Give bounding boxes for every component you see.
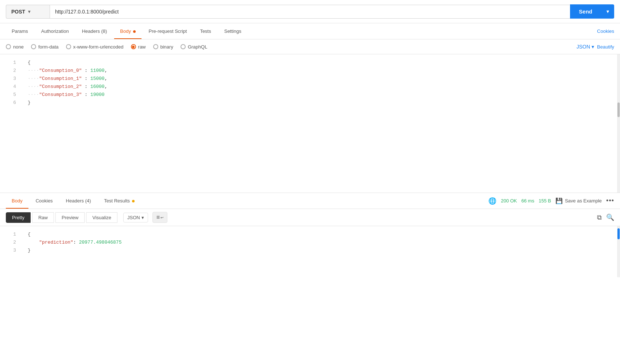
- method-chevron-icon: ▾: [28, 9, 30, 14]
- response-meta: 🌐 200 OK 66 ms 155 B 💾 Save as Example •…: [488, 197, 614, 205]
- response-tabs-bar: Body Cookies Headers (4) Test Results 🌐 …: [0, 193, 620, 209]
- response-view-options: Pretty Raw Preview Visualize JSON ▾ ≡ ↩ …: [0, 209, 620, 226]
- resp-view-raw[interactable]: Raw: [32, 212, 54, 223]
- method-label: POST: [11, 9, 25, 15]
- radio-none: [6, 44, 11, 49]
- radio-graphql: [181, 44, 186, 49]
- response-size: 155 B: [539, 198, 551, 204]
- tab-params[interactable]: Params: [6, 23, 34, 39]
- response-scrollbar[interactable]: [617, 226, 620, 277]
- request-tabs-bar: Params Authorization Headers (8) Body Pr…: [0, 23, 620, 39]
- tab-body[interactable]: Body: [114, 23, 141, 39]
- request-editor-scrollbar[interactable]: [617, 54, 620, 193]
- radio-binary: [153, 44, 158, 49]
- more-options-button[interactable]: •••: [606, 197, 614, 205]
- request-scrollbar-thumb: [617, 102, 620, 117]
- resp-tab-cookies[interactable]: Cookies: [30, 193, 59, 209]
- save-example-button[interactable]: 💾 Save as Example: [555, 197, 602, 204]
- resp-right-icons: ⧉ 🔍: [597, 213, 614, 221]
- radio-form-data: [31, 44, 36, 49]
- body-options-bar: none form-data x-www-form-urlencoded raw…: [0, 39, 620, 54]
- body-option-none[interactable]: none: [6, 44, 24, 50]
- body-option-graphql[interactable]: GraphQL: [181, 44, 207, 50]
- request-body-code[interactable]: { ····"Consumption_0" : 11000, ····"Cons…: [22, 54, 620, 193]
- search-button[interactable]: 🔍: [606, 213, 614, 221]
- body-options-right: JSON ▾ Beautify: [577, 44, 614, 50]
- response-status: 200 OK: [501, 198, 517, 204]
- resp-view-visualize[interactable]: Visualize: [86, 212, 117, 223]
- body-option-form-data[interactable]: form-data: [31, 44, 59, 50]
- wrap-lines-icon: ≡: [156, 214, 160, 221]
- resp-tab-test-results[interactable]: Test Results: [98, 193, 140, 209]
- tab-pre-request-script[interactable]: Pre-request Script: [143, 23, 193, 39]
- request-body-editor[interactable]: 1 2 3 4 5 6 { ····"Consumption_0" : 1100…: [0, 54, 620, 193]
- cookies-link-container: Cookies: [597, 28, 614, 34]
- globe-icon: 🌐: [488, 197, 496, 205]
- wrap-arrow-icon: ↩: [160, 216, 163, 220]
- response-time: 66 ms: [522, 198, 534, 204]
- resp-view-preview[interactable]: Preview: [55, 212, 85, 223]
- radio-urlencoded: [66, 44, 71, 49]
- response-scrollbar-thumb: [617, 228, 620, 239]
- json-format-select[interactable]: JSON ▾: [577, 44, 594, 50]
- tab-settings[interactable]: Settings: [218, 23, 247, 39]
- resp-headers-badge: (4): [85, 198, 91, 204]
- json-chevron-icon: ▾: [592, 44, 594, 50]
- body-active-dot: [133, 30, 136, 33]
- tab-tests[interactable]: Tests: [194, 23, 217, 39]
- response-line-numbers: 1 2 3: [0, 226, 22, 277]
- tab-headers[interactable]: Headers (8): [76, 23, 113, 39]
- headers-badge: (8): [101, 28, 107, 34]
- cookies-link[interactable]: Cookies: [597, 28, 614, 34]
- method-select[interactable]: POST ▾: [6, 5, 50, 19]
- resp-json-chevron-icon: ▾: [142, 215, 144, 220]
- copy-button[interactable]: ⧉: [597, 214, 602, 221]
- resp-tab-body[interactable]: Body: [6, 193, 28, 209]
- request-line-numbers: 1 2 3 4 5 6: [0, 54, 22, 193]
- radio-raw: [131, 44, 136, 49]
- send-button[interactable]: Send ▾: [570, 4, 614, 19]
- body-option-urlencoded[interactable]: x-www-form-urlencoded: [66, 44, 124, 50]
- url-input[interactable]: [50, 5, 570, 19]
- resp-view-pretty[interactable]: Pretty: [6, 212, 31, 223]
- body-option-binary[interactable]: binary: [153, 44, 173, 50]
- resp-tab-headers[interactable]: Headers (4): [60, 193, 97, 209]
- test-results-dot: [132, 200, 135, 202]
- resp-wrap-button[interactable]: ≡ ↩: [152, 212, 167, 223]
- body-option-raw[interactable]: raw: [131, 44, 146, 50]
- response-body-editor[interactable]: 1 2 3 { "prediction": 20977.498046875 }: [0, 226, 620, 277]
- send-dropdown-icon[interactable]: ▾: [601, 5, 614, 18]
- beautify-button[interactable]: Beautify: [597, 44, 614, 50]
- tab-authorization[interactable]: Authorization: [35, 23, 75, 39]
- url-bar: POST ▾ Send ▾: [0, 0, 620, 23]
- send-label: Send: [570, 4, 601, 19]
- save-icon: 💾: [555, 197, 563, 204]
- response-body-code: { "prediction": 20977.498046875 }: [22, 226, 620, 277]
- resp-json-format-select[interactable]: JSON ▾: [123, 213, 148, 222]
